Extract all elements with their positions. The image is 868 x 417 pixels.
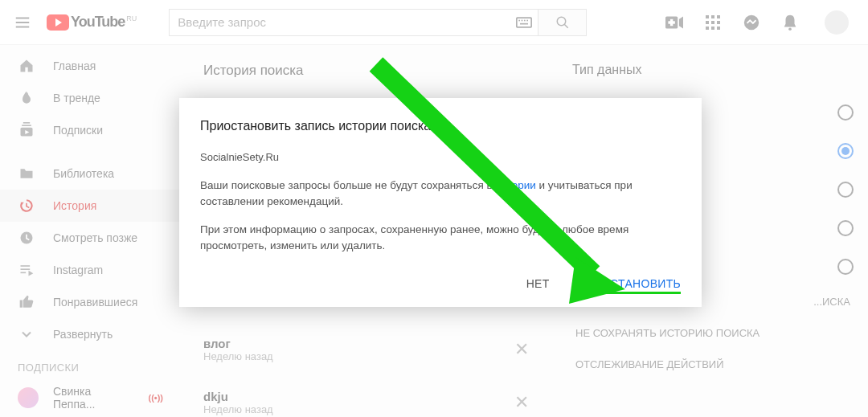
youtube-logo[interactable]: YouTube RU	[47, 14, 137, 31]
apps-icon[interactable]	[704, 14, 722, 31]
search-box	[169, 9, 587, 36]
history-time: Неделю назад	[203, 403, 273, 415]
dialog-author: SocialnieSety.Ru	[200, 151, 681, 163]
sidebar-item-trending[interactable]: В тренде	[0, 82, 181, 114]
avatar[interactable]	[825, 10, 849, 35]
keyboard-icon[interactable]	[510, 10, 538, 35]
dialog-title: Приостановить запись истории поиска?	[200, 119, 681, 133]
svg-rect-1	[518, 18, 531, 27]
playlist-icon	[18, 261, 35, 279]
upload-icon[interactable]	[665, 14, 683, 31]
messages-icon[interactable]	[743, 14, 760, 31]
datatype-radio-4[interactable]	[837, 259, 854, 275]
svg-rect-19	[706, 27, 709, 30]
sidebar-item-watch-later[interactable]: Смотреть позже	[0, 222, 181, 254]
dialog-no-button[interactable]: НЕТ	[526, 274, 550, 294]
search-input[interactable]	[170, 10, 510, 35]
svg-rect-15	[717, 15, 720, 18]
sidebar-channel[interactable]: Свинка Пеппа... ((•))	[0, 378, 181, 417]
history-row: dkju Неделю назад ✕	[203, 376, 534, 417]
sidebar-item-label: Понравившиеся	[53, 296, 137, 309]
thumb-up-icon	[18, 293, 35, 311]
svg-point-23	[788, 27, 792, 31]
library-icon	[18, 165, 35, 182]
trending-icon	[18, 89, 35, 107]
svg-rect-16	[706, 21, 709, 24]
datatype-radio-1[interactable]	[837, 143, 854, 159]
notifications-icon[interactable]	[781, 14, 799, 31]
history-link[interactable]: истории	[495, 179, 535, 191]
youtube-play-icon	[47, 14, 69, 31]
delete-history-icon[interactable]: ✕	[510, 387, 534, 417]
datatype-radio-3[interactable]	[837, 220, 854, 236]
svg-rect-20	[711, 27, 714, 30]
svg-rect-25	[22, 125, 31, 126]
svg-rect-14	[711, 15, 714, 18]
sidebar-item-history[interactable]: История	[0, 190, 181, 222]
svg-rect-18	[717, 21, 720, 24]
pause-search-history-dialog: Приостановить запись истории поиска? Soc…	[179, 98, 702, 307]
svg-point-7	[557, 17, 566, 26]
history-row: влог Неделю назад ✕	[203, 323, 534, 376]
dialog-actions: НЕТ ПРИОСТАНОВИТЬ	[200, 274, 681, 294]
sidebar-item-label: Библиотека	[53, 167, 114, 180]
dialog-paragraph-1: Ваши поисковые запросы больше не будут с…	[200, 178, 681, 209]
page-title: История поиска	[203, 63, 534, 79]
home-icon	[18, 57, 35, 75]
sidebar-item-label: Развернуть	[53, 328, 113, 341]
datatype-radio-2[interactable]	[837, 182, 854, 198]
sidebar-item-label: Главная	[53, 59, 96, 72]
svg-rect-17	[711, 21, 714, 24]
sidebar-item-instagram[interactable]: Instagram	[0, 254, 181, 286]
clock-icon	[18, 229, 35, 247]
svg-rect-2	[519, 19, 521, 21]
datatype-radio-0[interactable]	[837, 104, 854, 121]
dialog-pause-button[interactable]: ПРИОСТАНОВИТЬ	[577, 274, 681, 294]
sidebar-item-subscriptions[interactable]: Подписки	[0, 114, 181, 146]
channel-name: Свинка Пеппа...	[53, 385, 133, 411]
subs-icon	[18, 121, 35, 139]
sidebar-item-liked[interactable]: Понравившиеся	[0, 286, 181, 318]
chevron-down-icon	[18, 325, 35, 343]
sidebar-item-label: Instagram	[53, 264, 103, 276]
svg-rect-3	[522, 19, 523, 21]
search-button[interactable]	[538, 10, 586, 35]
svg-line-8	[564, 24, 568, 28]
logo-region: RU	[126, 14, 137, 22]
header: YouTube RU	[0, 0, 868, 45]
sidebar-item-label: Смотреть позже	[53, 231, 137, 244]
sidebar-item-label: История	[53, 199, 96, 212]
svg-rect-32	[21, 272, 27, 274]
dialog-paragraph-2: При этом информацию о запросах, сохранен…	[200, 222, 681, 253]
sidebar-item-label: Подписки	[53, 124, 103, 137]
svg-rect-31	[21, 268, 31, 270]
sidebar-item-label: В тренде	[53, 92, 100, 104]
sidebar-item-home[interactable]: Главная	[0, 50, 181, 82]
channel-avatar-icon	[18, 387, 39, 408]
right-link-2[interactable]: ОТСЛЕЖИВАНИЕ ДЕЙСТВИЙ	[572, 349, 854, 380]
svg-rect-12	[668, 21, 674, 23]
sidebar-item-library[interactable]: Библиотека	[0, 157, 181, 190]
svg-rect-5	[527, 19, 529, 21]
right-title: Тип данных	[572, 63, 854, 77]
right-link-1[interactable]: НЕ СОХРАНЯТЬ ИСТОРИЮ ПОИСКА	[572, 317, 854, 349]
live-badge-icon: ((•))	[148, 393, 163, 403]
sidebar-item-expand[interactable]: Развернуть	[0, 318, 181, 350]
history-time: Неделю назад	[203, 350, 273, 362]
hamburger-menu-icon[interactable]	[13, 13, 32, 32]
svg-rect-4	[524, 19, 526, 21]
history-icon	[18, 197, 35, 215]
logo-text: YouTube	[71, 14, 125, 31]
history-query[interactable]: dkju	[203, 390, 273, 403]
svg-marker-33	[29, 271, 34, 276]
svg-rect-30	[21, 265, 31, 267]
svg-rect-21	[717, 27, 720, 30]
svg-rect-13	[706, 15, 709, 18]
svg-marker-10	[679, 16, 683, 28]
header-icons	[665, 10, 849, 35]
delete-history-icon[interactable]: ✕	[510, 334, 534, 365]
svg-rect-26	[23, 122, 30, 124]
svg-rect-6	[520, 22, 528, 24]
history-query[interactable]: влог	[203, 337, 273, 350]
sidebar: Главная В тренде Подписки Библиотека Ист…	[0, 45, 181, 417]
